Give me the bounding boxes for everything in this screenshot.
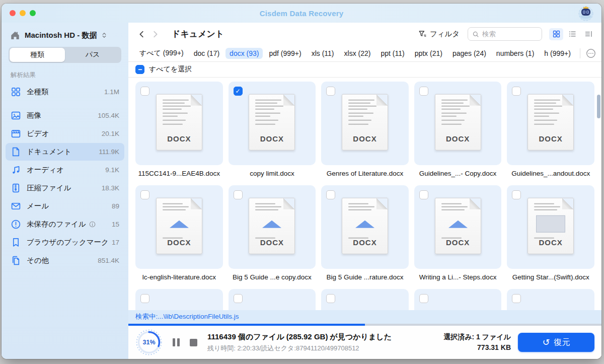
sidebar-item[interactable]: ブラウザのブックマーク17 — [6, 234, 124, 251]
sidebar-item-label: ドキュメント — [27, 147, 71, 157]
filter-tab[interactable]: pptx (21) — [411, 48, 446, 59]
file-checkbox[interactable] — [512, 87, 521, 96]
file-checkbox[interactable] — [140, 87, 149, 96]
scan-status-strip: 検索中:...\lib\DescriptionFileUtils.js — [128, 310, 601, 326]
file-card-partial[interactable] — [229, 289, 316, 310]
file-checkbox[interactable] — [234, 294, 243, 303]
file-checkbox[interactable] — [512, 294, 521, 303]
file-checkbox[interactable] — [326, 294, 335, 303]
sidebar-item[interactable]: ドキュメント111.9K — [6, 143, 124, 161]
file-card[interactable]: DOCX — [507, 82, 594, 165]
file-card[interactable]: DOCX — [414, 82, 502, 165]
other-icon — [11, 255, 21, 266]
file-card-partial[interactable] — [135, 289, 223, 310]
recover-button[interactable]: ↺ 復元 — [518, 333, 594, 352]
file-extension-label: DOCX — [435, 238, 481, 247]
filter-tab[interactable]: pdf (999+) — [265, 48, 305, 59]
pause-button[interactable] — [171, 336, 182, 348]
archive-icon — [11, 183, 21, 193]
video-icon — [11, 128, 21, 139]
filter-tab[interactable]: すべて (999+) — [135, 47, 188, 59]
file-cell: DOCXGenres of Literature.docx — [321, 82, 409, 179]
file-checkbox[interactable] — [419, 294, 428, 303]
filter-tab[interactable]: h (999+) — [540, 48, 575, 59]
file-card[interactable]: ✓DOCX — [229, 82, 316, 165]
view-list-button[interactable] — [565, 28, 579, 40]
sidebar-item[interactable]: 未保存のファイル15 — [6, 215, 124, 233]
view-grid-button[interactable] — [549, 28, 563, 40]
sidebar-item-label: ビデオ — [27, 129, 49, 138]
thumbnail-graphic — [448, 221, 468, 228]
sidebar-item[interactable]: ビデオ20.1K — [6, 125, 124, 142]
page-title: ドキュメント — [172, 28, 224, 40]
file-name: lc-english-literature.docx — [135, 273, 223, 282]
docx-file-icon: DOCX — [527, 94, 574, 151]
chevron-updown-icon — [101, 32, 108, 39]
selected-size-text: 773.31 KB — [443, 342, 511, 353]
more-options-button[interactable] — [585, 48, 596, 59]
file-checkbox[interactable] — [140, 190, 149, 199]
file-checkbox[interactable] — [326, 190, 335, 199]
search-icon — [472, 31, 479, 38]
file-checkbox[interactable] — [419, 190, 428, 199]
filter-tab[interactable]: xlsx (22) — [340, 48, 375, 59]
sidebar-item-label: ブラウザのブックマーク — [27, 238, 109, 247]
file-checkbox[interactable] — [419, 87, 428, 96]
sidebar-item-count: 111.9K — [99, 148, 119, 156]
sidebar-item-label: 圧縮ファイル — [27, 183, 71, 193]
file-cell: DOCXGuidelines_...andout.docx — [507, 82, 594, 179]
filter-tab[interactable]: xls (11) — [308, 48, 338, 59]
sidebar-item[interactable]: 圧縮ファイル18.3K — [6, 179, 124, 197]
bookmark-icon — [11, 237, 21, 248]
sidebar-item-count: 851.4K — [98, 257, 119, 264]
file-name: Big 5 Guide ...e copy.docx — [229, 273, 316, 282]
filter-button[interactable]: フィルタ — [418, 29, 460, 39]
filter-tab[interactable]: doc (17) — [190, 48, 223, 59]
file-card-partial[interactable] — [321, 289, 409, 310]
sidebar-item[interactable]: 全種類1.1M — [6, 83, 124, 101]
filter-tab[interactable]: ppt (11) — [376, 48, 408, 59]
file-checkbox[interactable] — [234, 190, 243, 199]
docx-file-icon: DOCX — [342, 94, 388, 151]
filter-icon — [418, 30, 427, 38]
file-card[interactable]: DOCX — [135, 185, 223, 269]
sidebar-item[interactable]: その他851.4K — [6, 252, 124, 269]
file-card[interactable]: DOCX — [229, 185, 316, 269]
file-checkbox[interactable] — [326, 87, 335, 96]
divider — [580, 48, 580, 58]
forward-button[interactable] — [148, 28, 162, 41]
view-panel-button[interactable] — [581, 28, 595, 40]
docx-file-icon: DOCX — [156, 198, 202, 254]
sidebar-item[interactable]: オーディオ9.1K — [6, 161, 124, 179]
back-button[interactable] — [135, 28, 148, 41]
filter-tab[interactable]: numbers (1) — [492, 48, 538, 59]
file-card[interactable]: DOCX — [321, 185, 409, 269]
search-input[interactable] — [482, 30, 538, 38]
view-toggle-group — [549, 28, 595, 40]
file-checkbox[interactable] — [140, 294, 149, 303]
mascot-badge-icon[interactable] — [577, 5, 594, 22]
file-checkbox[interactable]: ✓ — [234, 87, 243, 96]
file-card[interactable]: DOCX — [135, 82, 223, 165]
file-card-partial[interactable] — [507, 289, 594, 310]
file-card[interactable]: DOCX — [414, 185, 502, 269]
sidebar-item[interactable]: メール89 — [6, 197, 124, 215]
filter-tab[interactable]: pages (24) — [448, 48, 490, 59]
select-all-checkbox[interactable]: − — [135, 65, 144, 74]
file-card-partial[interactable] — [414, 289, 502, 310]
content-header: ドキュメント フィルタ — [128, 23, 601, 45]
file-name: Big 5 Guide ...rature.docx — [321, 273, 409, 282]
file-extension-label: DOCX — [157, 238, 202, 247]
tab-type[interactable]: 種類 — [10, 48, 65, 62]
filter-tab[interactable]: docx (93) — [225, 48, 263, 59]
file-card[interactable]: DOCX — [507, 185, 594, 269]
file-checkbox[interactable] — [512, 190, 521, 199]
title-bar: Cisdem Data Recovery — [2, 4, 601, 23]
stop-button[interactable] — [190, 339, 197, 346]
source-selector[interactable]: Macintosh HD - 数据 — [10, 30, 120, 41]
file-card[interactable]: DOCX — [321, 82, 409, 165]
scrollbar-thumb[interactable] — [597, 95, 600, 118]
sidebar-item[interactable]: 画像105.4K — [6, 107, 124, 124]
tab-path[interactable]: パス — [65, 48, 120, 62]
unsaved-icon — [11, 219, 21, 230]
